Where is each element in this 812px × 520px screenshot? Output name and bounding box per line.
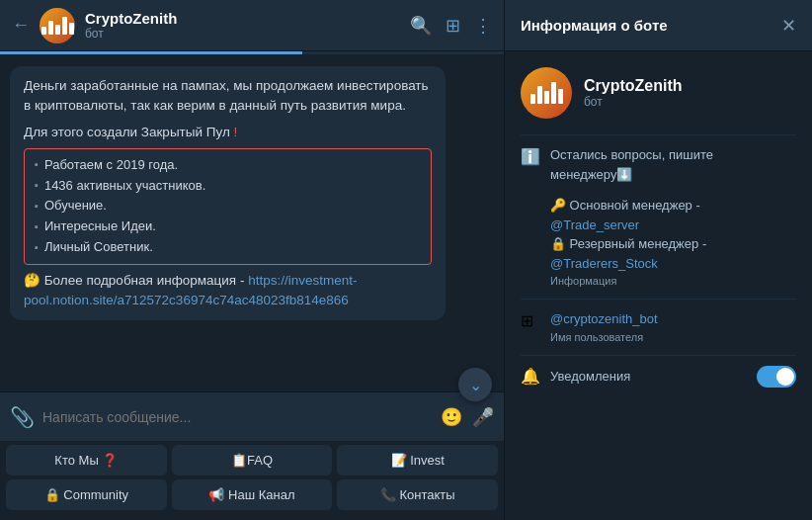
- btn-faq[interactable]: 📋FAQ: [172, 445, 333, 476]
- list-item: ▪ Интересные Идеи.: [35, 217, 421, 237]
- info-text-2: 🔑 Основной менеджер - @Trade_server 🔒 Ре…: [550, 196, 706, 273]
- message-text-2: Для этого создали Закрытый Пул !: [24, 123, 432, 142]
- btn-invest[interactable]: 📝 Invest: [337, 445, 498, 476]
- bot-info-top: CryptoZenith бот: [521, 67, 796, 119]
- bot-type-label: бот: [584, 95, 683, 109]
- notification-label: Уведомления: [550, 369, 747, 384]
- loading-bar: [0, 51, 504, 54]
- layout-icon[interactable]: ⊞: [446, 15, 460, 37]
- toggle-knob: [776, 368, 794, 386]
- btn-community[interactable]: 🔒 Community: [6, 479, 167, 510]
- divider-3: [521, 355, 796, 356]
- more-icon[interactable]: ⋮: [474, 15, 492, 37]
- emoji-icon[interactable]: 🙂: [441, 406, 462, 428]
- bot-display-name: CryptoZenith: [584, 77, 683, 95]
- chat-avatar: [40, 8, 75, 43]
- right-panel-title: Информация о боте: [521, 17, 773, 34]
- buttons-row-2: 🔒 Community 📢 Наш Канал 📞 Контакты: [6, 479, 498, 510]
- list-item: ▪ 1436 активных участников.: [35, 176, 421, 197]
- list-item: ▪ Обучение.: [35, 196, 421, 217]
- info-text-1: Остались вопросы, пишите менеджеру⬇️: [550, 145, 796, 184]
- chat-header: ← CryptoZenith бот 🔍 ⊞ ⋮: [0, 0, 504, 51]
- right-header: Информация о боте ✕: [505, 0, 812, 51]
- manager-link-2[interactable]: @Traderers_Stock: [550, 256, 658, 271]
- info-row-3: ⊞ @cryptozenith_bot Имя пользователя: [521, 309, 796, 343]
- list-item: ▪ Работаем с 2019 года.: [35, 155, 421, 176]
- manager-link-1[interactable]: @Trade_server: [550, 217, 639, 232]
- info-label-3: Имя пользователя: [550, 331, 658, 343]
- chat-name: CryptoZenith: [85, 10, 400, 27]
- message-text-1: Деньги заработанные на пампах, мы продол…: [24, 76, 432, 117]
- btn-channel[interactable]: 📢 Наш Канал: [172, 479, 333, 510]
- username-link[interactable]: @cryptozenith_bot: [550, 311, 658, 326]
- scroll-down-button[interactable]: ⌄: [458, 368, 492, 401]
- message-bubble-1: Деньги заработанные на пампах, мы продол…: [10, 66, 446, 320]
- message-input[interactable]: [42, 409, 433, 425]
- header-title-block: CryptoZenith бот: [85, 10, 400, 41]
- info-row-1: ℹ️ Остались вопросы, пишите менеджеру⬇️: [521, 145, 796, 184]
- info-label-2: Информация: [550, 275, 706, 287]
- close-button[interactable]: ✕: [781, 15, 796, 37]
- back-button[interactable]: ←: [12, 15, 30, 36]
- chat-sub: бот: [85, 27, 400, 41]
- divider-2: [521, 299, 796, 300]
- list-item: ▪ Личный Советник.: [35, 237, 421, 258]
- message-link-row: 🤔 Более подробная информация - https://i…: [24, 271, 432, 311]
- info-row-2: i 🔑 Основной менеджер - @Trade_server 🔒 …: [521, 196, 796, 287]
- info-icon-1: ℹ️: [521, 147, 540, 166]
- info-text-3: @cryptozenith_bot: [550, 309, 658, 329]
- bot-avatar-large: [521, 67, 572, 119]
- chat-area: Деньги заработанные на пампах, мы продол…: [0, 54, 504, 391]
- search-icon[interactable]: 🔍: [410, 15, 432, 37]
- notification-toggle[interactable]: [757, 366, 796, 388]
- bell-icon: 🔔: [521, 367, 540, 386]
- grid-icon: ⊞: [521, 311, 540, 330]
- chat-panel: ← CryptoZenith бот 🔍 ⊞ ⋮ Деньги заработа…: [0, 0, 504, 520]
- notification-row: 🔔 Уведомления: [521, 366, 796, 388]
- btn-contacts[interactable]: 📞 Контакты: [337, 479, 498, 510]
- mic-icon[interactable]: 🎤: [472, 406, 494, 428]
- divider-1: [521, 134, 796, 135]
- input-right-icons: 🙂 🎤: [441, 406, 494, 428]
- buttons-row-1: Кто Мы ❓ 📋FAQ 📝 Invest: [6, 445, 498, 476]
- right-content: CryptoZenith бот ℹ️ Остались вопросы, пи…: [505, 51, 812, 520]
- header-icons: 🔍 ⊞ ⋮: [410, 15, 492, 37]
- bot-buttons: Кто Мы ❓ 📋FAQ 📝 Invest 🔒 Community 📢 Наш…: [0, 441, 504, 520]
- right-panel: Информация о боте ✕ CryptoZenith бот ℹ️: [504, 0, 812, 520]
- attach-icon[interactable]: 📎: [10, 405, 35, 429]
- highlight-list: ▪ Работаем с 2019 года. ▪ 1436 активных …: [24, 148, 432, 265]
- btn-who-we-are[interactable]: Кто Мы ❓: [6, 445, 167, 476]
- bot-name-block: CryptoZenith бот: [584, 77, 683, 109]
- input-area: 📎 🙂 🎤: [0, 391, 504, 441]
